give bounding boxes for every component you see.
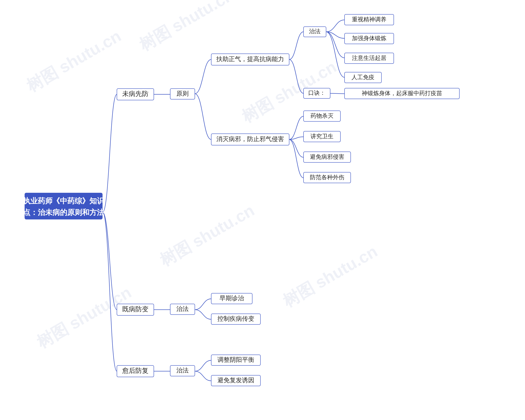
svg-text:树图 shutu.cn: 树图 shutu.cn [136, 0, 237, 54]
fuzhuzengqi-label: 扶助正气，提高抗病能力 [216, 56, 284, 62]
node-xiaomie: 消灭病邪，防止邪气侵害 [211, 134, 289, 145]
kongzhi-label: 控制疾病传变 [217, 315, 254, 322]
node-zaoqizhenzi: 早期诊治 [211, 293, 252, 304]
node-koujue: 口诀： [303, 88, 330, 98]
svg-text:树图 shutu.cn: 树图 shutu.cn [157, 201, 257, 270]
node-jiangjiu: 讲究卫生 [303, 131, 340, 142]
node-kongzhi: 控制疾病传变 [211, 314, 261, 324]
node-yaowushami: 药物杀灭 [303, 111, 340, 121]
yaowushami-label: 药物杀灭 [310, 112, 333, 119]
yuhoufangfu-label: 愈后防复 [122, 367, 149, 374]
node-fangfan: 防范各种外伤 [303, 172, 351, 183]
svg-text:树图 shutu.cn: 树图 shutu.cn [23, 27, 124, 95]
node-zhifa-jibingfangbian: 治法 [170, 304, 195, 315]
weibingxianfang-label: 未病先防 [122, 90, 149, 97]
zhifa-yuhoufangfu-label: 治法 [176, 367, 189, 374]
zhuyi-label: 注意生活起居 [352, 55, 386, 61]
svg-text:树图 shutu.cn: 树图 shutu.cn [280, 242, 380, 311]
zaoqizhenzi-label: 早期诊治 [219, 295, 244, 301]
jibingfangbian-label: 既病防变 [122, 305, 149, 313]
tiaozheng-label: 调整阴阳平衡 [217, 356, 254, 363]
node-yuhoufangfu: 愈后防复 [117, 365, 154, 377]
node-fuzhuzengqi: 扶助正气，提高抗病能力 [211, 54, 289, 65]
zhifa-fuzhuzengqi-label: 治法 [309, 28, 320, 35]
root-label-line1: 执业药师《中药综》知识 [23, 197, 105, 205]
svg-text:树图 shutu.cn: 树图 shutu.cn [33, 283, 134, 352]
node-weibingxianfang: 未病先防 [117, 89, 154, 100]
root-node: 执业药师《中药综》知识 点：治未病的原则和方法 [23, 193, 105, 219]
xiaomie-label: 消灭病邪，防止邪气侵害 [216, 136, 284, 142]
node-zhifa-fuzhuzengqi: 治法 [303, 27, 326, 37]
root-label-line2: 点：治未病的原则和方法 [23, 208, 104, 216]
koujue-content-label: 神锻炼身体，起床服中药打疫苗 [362, 90, 442, 96]
jiangjiu-label: 讲究卫生 [310, 133, 333, 140]
node-rengong: 人工免疫 [345, 72, 381, 83]
node-zhuyi: 注意生活起居 [345, 53, 394, 64]
node-bimianfufa: 避免复发诱因 [211, 375, 261, 386]
node-yuanze: 原则 [170, 89, 195, 99]
node-koujue-content: 神锻炼身体，起床服中药打疫苗 [345, 88, 459, 99]
node-zhifa-yuhoufangfu: 治法 [170, 365, 195, 376]
node-bimianqinhai: 避免病邪侵害 [303, 152, 351, 162]
node-jiaqiang: 加强身体锻炼 [345, 33, 394, 44]
node-zhongshi: 重视精神调养 [345, 14, 394, 25]
koujue-label: 口诀： [308, 90, 326, 96]
node-jibingfangbian: 既病防变 [117, 304, 154, 315]
zhongshi-label: 重视精神调养 [352, 16, 386, 23]
svg-line-7 [330, 93, 345, 94]
bimianfufa-label: 避免复发诱因 [217, 377, 254, 383]
fangfan-label: 防范各种外伤 [310, 174, 344, 180]
rengong-label: 人工免疫 [352, 74, 375, 80]
zhifa-jibingfangbian-label: 治法 [176, 305, 189, 312]
yuanze-label: 原则 [176, 90, 189, 97]
node-tiaozheng: 调整阴阳平衡 [211, 355, 261, 365]
jiaqiang-label: 加强身体锻炼 [352, 35, 386, 41]
bimianqinhai-label: 避免病邪侵害 [310, 154, 344, 160]
